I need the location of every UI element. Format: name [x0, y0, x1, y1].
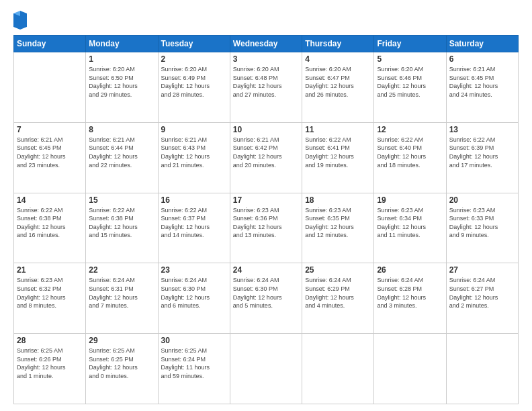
day-number: 9	[161, 125, 227, 134]
calendar-cell: 16Sunrise: 6:22 AM Sunset: 6:37 PM Dayli…	[158, 193, 230, 263]
day-info: Sunrise: 6:20 AM Sunset: 6:47 PM Dayligh…	[305, 65, 371, 99]
logo	[13, 11, 30, 30]
calendar-cell: 24Sunrise: 6:24 AM Sunset: 6:30 PM Dayli…	[230, 263, 302, 334]
day-number: 24	[233, 265, 299, 275]
calendar-cell: 14Sunrise: 6:22 AM Sunset: 6:38 PM Dayli…	[14, 193, 86, 263]
day-number: 3	[233, 54, 299, 64]
day-info: Sunrise: 6:21 AM Sunset: 6:43 PM Dayligh…	[161, 136, 227, 169]
day-info: Sunrise: 6:23 AM Sunset: 6:33 PM Dayligh…	[449, 206, 515, 240]
calendar-cell: 8Sunrise: 6:21 AM Sunset: 6:44 PM Daylig…	[86, 122, 158, 193]
day-number: 5	[377, 54, 443, 64]
week-row-3: 14Sunrise: 6:22 AM Sunset: 6:38 PM Dayli…	[14, 193, 519, 263]
day-number: 12	[377, 125, 443, 134]
day-number: 1	[89, 54, 154, 64]
day-info: Sunrise: 6:21 AM Sunset: 6:42 PM Dayligh…	[233, 136, 299, 169]
calendar-cell: 29Sunrise: 6:25 AM Sunset: 6:25 PM Dayli…	[86, 334, 158, 404]
calendar-cell: 7Sunrise: 6:21 AM Sunset: 6:45 PM Daylig…	[14, 122, 86, 193]
calendar-cell: 28Sunrise: 6:25 AM Sunset: 6:26 PM Dayli…	[14, 334, 86, 404]
calendar-cell: 1Sunrise: 6:20 AM Sunset: 6:50 PM Daylig…	[86, 52, 158, 123]
day-number: 26	[377, 265, 443, 275]
day-info: Sunrise: 6:23 AM Sunset: 6:36 PM Dayligh…	[233, 206, 299, 240]
calendar-cell	[230, 334, 302, 404]
logo-icon	[13, 11, 27, 30]
day-info: Sunrise: 6:22 AM Sunset: 6:41 PM Dayligh…	[305, 136, 371, 169]
day-number: 15	[89, 195, 154, 205]
day-info: Sunrise: 6:24 AM Sunset: 6:27 PM Dayligh…	[449, 276, 515, 310]
calendar-cell: 17Sunrise: 6:23 AM Sunset: 6:36 PM Dayli…	[230, 193, 302, 263]
calendar-cell: 6Sunrise: 6:21 AM Sunset: 6:45 PM Daylig…	[446, 52, 518, 123]
calendar-cell: 20Sunrise: 6:23 AM Sunset: 6:33 PM Dayli…	[446, 193, 518, 263]
calendar-cell: 19Sunrise: 6:23 AM Sunset: 6:34 PM Dayli…	[374, 193, 446, 263]
calendar-cell: 4Sunrise: 6:20 AM Sunset: 6:47 PM Daylig…	[302, 52, 374, 123]
day-info: Sunrise: 6:24 AM Sunset: 6:28 PM Dayligh…	[377, 276, 443, 310]
calendar-cell: 3Sunrise: 6:20 AM Sunset: 6:48 PM Daylig…	[230, 52, 302, 123]
day-info: Sunrise: 6:25 AM Sunset: 6:25 PM Dayligh…	[89, 347, 154, 380]
calendar-cell: 11Sunrise: 6:22 AM Sunset: 6:41 PM Dayli…	[302, 122, 374, 193]
week-row-5: 28Sunrise: 6:25 AM Sunset: 6:26 PM Dayli…	[14, 334, 519, 404]
day-info: Sunrise: 6:25 AM Sunset: 6:26 PM Dayligh…	[17, 347, 83, 380]
day-info: Sunrise: 6:24 AM Sunset: 6:30 PM Dayligh…	[233, 276, 299, 310]
day-number: 25	[305, 265, 371, 275]
day-info: Sunrise: 6:23 AM Sunset: 6:35 PM Dayligh…	[305, 206, 371, 240]
week-row-4: 21Sunrise: 6:23 AM Sunset: 6:32 PM Dayli…	[14, 263, 519, 334]
day-info: Sunrise: 6:20 AM Sunset: 6:50 PM Dayligh…	[89, 65, 154, 99]
weekday-header-row: SundayMondayTuesdayWednesdayThursdayFrid…	[14, 36, 519, 52]
calendar-cell: 23Sunrise: 6:24 AM Sunset: 6:30 PM Dayli…	[158, 263, 230, 334]
day-info: Sunrise: 6:24 AM Sunset: 6:29 PM Dayligh…	[305, 276, 371, 310]
day-number: 29	[89, 336, 154, 345]
day-number: 21	[17, 265, 83, 275]
day-number: 8	[89, 125, 154, 134]
calendar-cell	[14, 52, 86, 123]
day-info: Sunrise: 6:22 AM Sunset: 6:38 PM Dayligh…	[17, 206, 83, 240]
day-number: 11	[305, 125, 371, 134]
day-info: Sunrise: 6:20 AM Sunset: 6:48 PM Dayligh…	[233, 65, 299, 99]
calendar-cell: 30Sunrise: 6:25 AM Sunset: 6:24 PM Dayli…	[158, 334, 230, 404]
day-number: 4	[305, 54, 371, 64]
day-number: 18	[305, 195, 371, 205]
day-number: 27	[449, 265, 515, 275]
day-number: 16	[161, 195, 227, 205]
day-info: Sunrise: 6:22 AM Sunset: 6:37 PM Dayligh…	[161, 206, 227, 240]
week-row-1: 1Sunrise: 6:20 AM Sunset: 6:50 PM Daylig…	[14, 52, 519, 123]
day-number: 17	[233, 195, 299, 205]
day-info: Sunrise: 6:21 AM Sunset: 6:45 PM Dayligh…	[449, 65, 515, 99]
calendar-cell: 9Sunrise: 6:21 AM Sunset: 6:43 PM Daylig…	[158, 122, 230, 193]
day-info: Sunrise: 6:24 AM Sunset: 6:30 PM Dayligh…	[161, 276, 227, 310]
weekday-header-sunday: Sunday	[14, 36, 86, 52]
day-info: Sunrise: 6:23 AM Sunset: 6:34 PM Dayligh…	[377, 206, 443, 240]
calendar-table: SundayMondayTuesdayWednesdayThursdayFrid…	[13, 35, 519, 404]
day-number: 2	[161, 54, 227, 64]
day-info: Sunrise: 6:21 AM Sunset: 6:45 PM Dayligh…	[17, 136, 83, 169]
calendar-cell: 25Sunrise: 6:24 AM Sunset: 6:29 PM Dayli…	[302, 263, 374, 334]
calendar-cell: 22Sunrise: 6:24 AM Sunset: 6:31 PM Dayli…	[86, 263, 158, 334]
day-info: Sunrise: 6:22 AM Sunset: 6:38 PM Dayligh…	[89, 206, 154, 240]
page: SundayMondayTuesdayWednesdayThursdayFrid…	[0, 0, 532, 411]
calendar-cell	[302, 334, 374, 404]
calendar-cell	[374, 334, 446, 404]
calendar-cell: 13Sunrise: 6:22 AM Sunset: 6:39 PM Dayli…	[446, 122, 518, 193]
calendar-cell: 12Sunrise: 6:22 AM Sunset: 6:40 PM Dayli…	[374, 122, 446, 193]
calendar-cell: 26Sunrise: 6:24 AM Sunset: 6:28 PM Dayli…	[374, 263, 446, 334]
day-number: 14	[17, 195, 83, 205]
calendar-cell: 2Sunrise: 6:20 AM Sunset: 6:49 PM Daylig…	[158, 52, 230, 123]
weekday-header-friday: Friday	[374, 36, 446, 52]
day-number: 19	[377, 195, 443, 205]
day-info: Sunrise: 6:25 AM Sunset: 6:24 PM Dayligh…	[161, 347, 227, 380]
day-number: 7	[17, 125, 83, 134]
day-info: Sunrise: 6:20 AM Sunset: 6:49 PM Dayligh…	[161, 65, 227, 99]
day-number: 30	[161, 336, 227, 345]
day-info: Sunrise: 6:22 AM Sunset: 6:39 PM Dayligh…	[449, 136, 515, 169]
day-number: 20	[449, 195, 515, 205]
day-info: Sunrise: 6:22 AM Sunset: 6:40 PM Dayligh…	[377, 136, 443, 169]
calendar-cell: 10Sunrise: 6:21 AM Sunset: 6:42 PM Dayli…	[230, 122, 302, 193]
day-number: 10	[233, 125, 299, 134]
week-row-2: 7Sunrise: 6:21 AM Sunset: 6:45 PM Daylig…	[14, 122, 519, 193]
header	[13, 11, 519, 30]
calendar-cell: 5Sunrise: 6:20 AM Sunset: 6:46 PM Daylig…	[374, 52, 446, 123]
calendar-cell: 18Sunrise: 6:23 AM Sunset: 6:35 PM Dayli…	[302, 193, 374, 263]
day-info: Sunrise: 6:21 AM Sunset: 6:44 PM Dayligh…	[89, 136, 154, 169]
day-number: 13	[449, 125, 515, 134]
day-number: 28	[17, 336, 83, 345]
weekday-header-wednesday: Wednesday	[230, 36, 302, 52]
day-info: Sunrise: 6:20 AM Sunset: 6:46 PM Dayligh…	[377, 65, 443, 99]
